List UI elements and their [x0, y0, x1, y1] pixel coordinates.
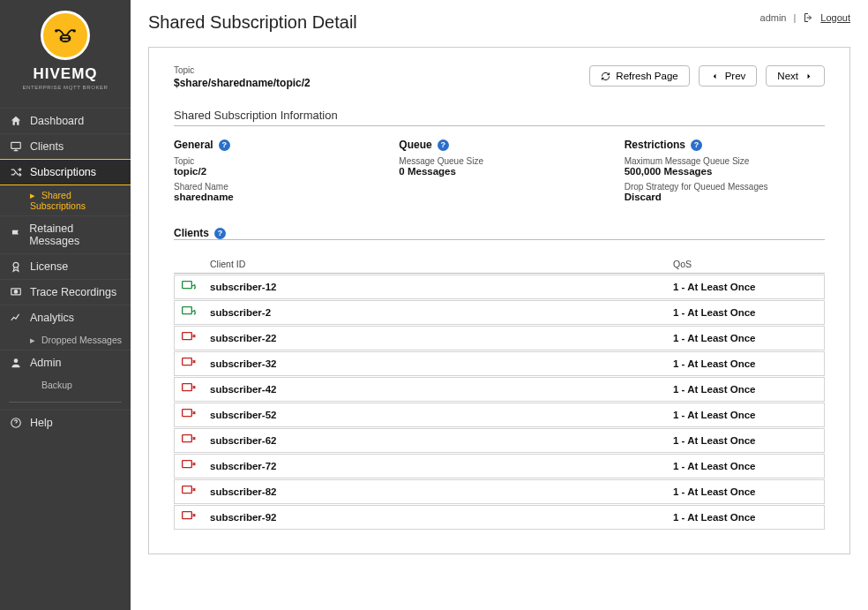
- prev-button[interactable]: Prev: [699, 65, 758, 87]
- client-qos-cell: 1 - At Least Once: [666, 505, 825, 530]
- client-row[interactable]: subscriber-521 - At Least Once: [174, 403, 825, 427]
- nav-shared-subscriptions[interactable]: ▸ Shared Subscriptions: [0, 185, 131, 215]
- nav-analytics[interactable]: Analytics: [0, 305, 131, 330]
- client-row[interactable]: subscriber-21 - At Least Once: [174, 300, 825, 325]
- main-nav: Dashboard Clients Subscriptions ▸ Shared…: [0, 108, 131, 435]
- queue-size-value: 0 Messages: [399, 166, 599, 177]
- nav-dashboard[interactable]: Dashboard: [0, 108, 131, 133]
- help-icon[interactable]: ?: [438, 139, 449, 151]
- general-heading: General: [174, 139, 213, 151]
- client-qos-cell: 1 - At Least Once: [666, 300, 825, 325]
- svg-rect-14: [183, 333, 192, 340]
- arrow-right-icon: [804, 72, 813, 81]
- record-icon: [9, 286, 23, 298]
- nav-trace-recordings[interactable]: Trace Recordings: [0, 279, 131, 305]
- refresh-button[interactable]: Refresh Page: [589, 65, 689, 87]
- svg-rect-12: [183, 282, 192, 289]
- nav-backup[interactable]: ▸ Backup: [0, 375, 131, 395]
- nav-label: Help: [30, 417, 53, 429]
- nav-label: Clients: [30, 140, 64, 153]
- client-qos-cell: 1 - At Least Once: [666, 428, 825, 453]
- client-id-cell: subscriber-32: [203, 351, 666, 376]
- restrictions-heading: Restrictions: [625, 139, 685, 151]
- user-icon: [9, 357, 23, 369]
- general-topic-value: topic/2: [174, 166, 374, 177]
- svg-rect-16: [183, 384, 192, 391]
- nav-license[interactable]: License: [0, 253, 131, 279]
- chevron-right-icon: ▸: [30, 190, 35, 200]
- arrow-left-icon: [710, 72, 720, 81]
- client-qos-cell: 1 - At Least Once: [666, 351, 825, 376]
- brand-logo-icon: [41, 11, 90, 60]
- col-client-id: Client ID: [203, 253, 666, 274]
- svg-rect-17: [183, 410, 192, 417]
- restrictions-drop-value: Discard: [625, 192, 825, 202]
- client-row[interactable]: subscriber-321 - At Least Once: [174, 351, 825, 376]
- client-qos-cell: 1 - At Least Once: [666, 275, 825, 299]
- nav-retained-messages[interactable]: Retained Messages: [0, 215, 131, 253]
- col-qos: QoS: [666, 253, 825, 274]
- client-row[interactable]: subscriber-221 - At Least Once: [174, 326, 825, 350]
- next-button[interactable]: Next: [766, 65, 825, 87]
- client-row[interactable]: subscriber-621 - At Least Once: [174, 428, 825, 453]
- general-sharedname-value: sharedname: [174, 192, 374, 202]
- client-qos-cell: 1 - At Least Once: [666, 479, 825, 504]
- client-row[interactable]: subscriber-121 - At Least Once: [174, 275, 825, 299]
- client-offline-icon: [182, 409, 196, 419]
- nav-label: Dashboard: [30, 115, 84, 127]
- client-offline-icon: [182, 511, 196, 522]
- svg-rect-15: [183, 358, 192, 365]
- button-label: Prev: [725, 71, 746, 81]
- help-icon[interactable]: ?: [214, 228, 226, 239]
- brand-logo-block: HIVEMQ ENTERPRISE MQTT BROKER: [0, 0, 131, 99]
- help-icon[interactable]: ?: [219, 139, 230, 151]
- client-id-cell: subscriber-82: [203, 479, 666, 504]
- nav-subscriptions[interactable]: Subscriptions: [0, 159, 131, 185]
- client-offline-icon: [182, 383, 196, 394]
- nav-help[interactable]: Help: [0, 410, 131, 435]
- separator: |: [793, 12, 796, 23]
- client-row[interactable]: subscriber-821 - At Least Once: [174, 479, 825, 504]
- help-icon[interactable]: ?: [691, 139, 702, 151]
- user-box: admin | Logout: [760, 12, 850, 23]
- client-qos-cell: 1 - At Least Once: [666, 326, 825, 350]
- shuffle-icon: [9, 166, 23, 178]
- client-row[interactable]: subscriber-921 - At Least Once: [174, 505, 825, 530]
- brand-name: HIVEMQ: [0, 65, 131, 83]
- client-online-icon: [182, 306, 196, 317]
- svg-point-7: [13, 262, 19, 267]
- current-user: admin: [760, 12, 787, 23]
- nav-dropped-messages[interactable]: ▸ Dropped Messages: [0, 330, 131, 350]
- client-online-icon: [182, 281, 196, 291]
- nav-label: Dropped Messages: [41, 335, 122, 345]
- ribbon-icon: [9, 260, 23, 273]
- client-qos-cell: 1 - At Least Once: [666, 403, 825, 427]
- client-row[interactable]: subscriber-721 - At Least Once: [174, 454, 825, 478]
- svg-rect-13: [183, 307, 192, 314]
- svg-rect-6: [11, 142, 21, 148]
- client-id-cell: subscriber-92: [203, 505, 666, 530]
- nav-clients[interactable]: Clients: [0, 133, 131, 159]
- restrictions-max-value: 500,000 Messages: [625, 166, 825, 177]
- client-row[interactable]: subscriber-421 - At Least Once: [174, 377, 825, 402]
- restrictions-max-label: Maximum Message Queue Size: [625, 156, 825, 166]
- brand-tagline: ENTERPRISE MQTT BROKER: [0, 85, 131, 90]
- svg-point-10: [14, 358, 19, 363]
- queue-heading: Queue: [399, 139, 431, 151]
- clients-table: Client ID QoS subscriber-121 - At Least …: [174, 252, 825, 531]
- topic-label: Topic: [174, 65, 311, 75]
- help-circle-icon: [9, 417, 23, 429]
- topic-value: $share/sharedname/topic/2: [174, 77, 311, 89]
- client-id-cell: subscriber-52: [203, 403, 666, 427]
- nav-admin[interactable]: Admin: [0, 350, 131, 375]
- button-label: Refresh Page: [616, 71, 677, 81]
- client-id-cell: subscriber-12: [203, 275, 666, 299]
- client-id-cell: subscriber-42: [203, 377, 666, 402]
- svg-rect-19: [183, 461, 192, 468]
- flag-icon: [9, 229, 22, 241]
- svg-point-3: [73, 29, 76, 32]
- svg-rect-4: [63, 36, 69, 38]
- logout-link[interactable]: Logout: [820, 12, 850, 23]
- client-id-cell: subscriber-22: [203, 326, 666, 350]
- client-id-cell: subscriber-2: [203, 300, 666, 325]
